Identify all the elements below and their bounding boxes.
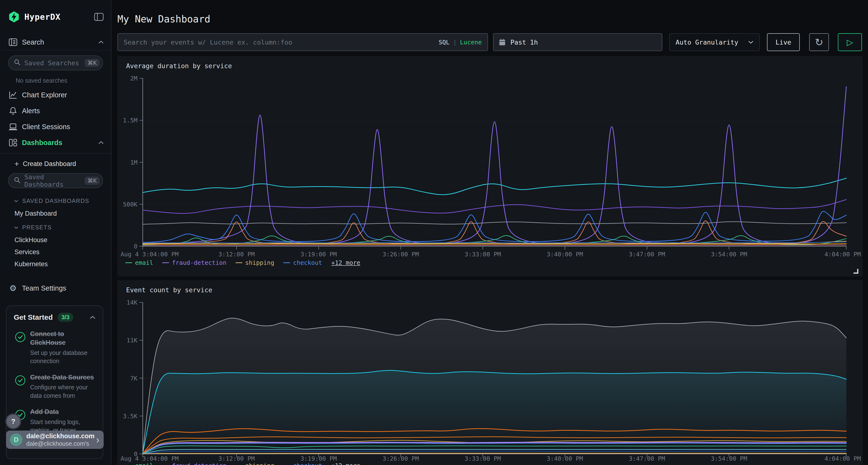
toggle-separator: | (453, 39, 457, 46)
user-info: dale@clickhouse.com dale@clickhouse.com'… (26, 432, 94, 447)
legend-item[interactable]: shipping (236, 259, 274, 266)
search-icon (14, 59, 21, 67)
get-started-progress-badge: 3/3 (58, 313, 73, 322)
sidebar-item-search[interactable]: Search (0, 34, 111, 50)
legend-label: email (135, 259, 153, 266)
sidebar-item-label: Team Settings (22, 284, 66, 292)
sidebar-item-label: Search (22, 38, 44, 46)
sql-toggle[interactable]: SQL (439, 39, 450, 46)
time-range-picker[interactable]: Past 1h (493, 33, 662, 51)
chart-panel-event-count: Event count by service 14K11K7K3.5K0Aug … (117, 280, 863, 465)
svg-text:3:47:00 PM: 3:47:00 PM (629, 455, 665, 462)
chart-title: Event count by service (126, 286, 212, 294)
legend-label: shipping (245, 462, 274, 465)
refresh-button[interactable]: ↻ (809, 33, 829, 51)
granularity-select[interactable]: Auto Granularity (669, 33, 760, 51)
create-dashboard-label: Create Dashboard (23, 160, 76, 168)
section-presets[interactable]: PRESETS (0, 221, 111, 234)
sidebar-link-my-dashboard[interactable]: My Dashboard (0, 207, 111, 220)
legend-more-link[interactable]: +12 more (331, 259, 360, 266)
legend-item[interactable]: email (125, 259, 153, 266)
user-account-chip[interactable]: D dale@clickhouse.com dale@clickhouse.co… (6, 431, 104, 449)
legend-item[interactable]: checkout (283, 259, 322, 266)
svg-text:7K: 7K (130, 375, 137, 382)
legend-dash-icon (236, 262, 242, 263)
svg-text:3:54:00 PM: 3:54:00 PM (711, 455, 747, 462)
shortcut-badge: ⌘K (85, 59, 100, 67)
svg-text:3:47:00 PM: 3:47:00 PM (629, 251, 665, 258)
svg-text:0: 0 (134, 451, 137, 458)
saved-dashboards-placeholder: Saved Dashboards (24, 173, 85, 188)
legend-label: checkout (293, 259, 322, 266)
lucene-toggle[interactable]: Lucene (460, 39, 482, 46)
get-started-item-title: Create Data Sources (30, 373, 95, 381)
chevron-down-icon (14, 226, 18, 229)
get-started-item[interactable]: Create Data Sources Configure where your… (14, 373, 95, 400)
svg-text:3.5K: 3.5K (123, 413, 137, 420)
calendar-icon (499, 38, 506, 46)
svg-text:4:04:00 PM: 4:04:00 PM (824, 455, 861, 462)
avatar: D (10, 433, 23, 446)
svg-text:3:54:00 PM: 3:54:00 PM (711, 251, 747, 258)
line-chart-event-count: 14K11K7K3.5K0Aug 4 3:04:00 PM3:12:00 PM3… (117, 280, 863, 465)
event-search-input[interactable]: Search your events w/ Lucene ex. column:… (117, 33, 488, 51)
legend-item[interactable]: email (125, 462, 153, 465)
section-saved-dashboards[interactable]: SAVED DASHBOARDS (0, 194, 111, 207)
check-circle-icon (15, 332, 26, 365)
create-dashboard-button[interactable]: + Create Dashboard (0, 156, 111, 171)
check-circle-icon (15, 375, 26, 400)
sidebar-item-alerts[interactable]: Alerts (0, 103, 111, 119)
svg-text:2M: 2M (130, 75, 137, 82)
search-icon (14, 176, 21, 185)
legend-dash-icon (283, 262, 290, 263)
panel-resize-handle[interactable] (854, 269, 858, 274)
dashboards-grid-icon (8, 138, 18, 147)
chart-explorer-icon (8, 91, 18, 99)
run-query-button[interactable]: ▷ (838, 33, 862, 51)
svg-text:Aug 4 3:04:00 PM: Aug 4 3:04:00 PM (121, 251, 179, 258)
get-started-item-desc: Configure where your data comes from (30, 383, 95, 400)
legend-label: fraud-detection (172, 462, 226, 465)
laptop-icon (8, 123, 18, 131)
sidebar-item-team-settings[interactable]: ⚙ Team Settings (0, 280, 111, 296)
user-org: dale@clickhouse.com's (26, 440, 94, 447)
svg-text:3:26:00 PM: 3:26:00 PM (383, 251, 419, 258)
svg-text:0: 0 (134, 243, 137, 250)
legend-dash-icon (125, 262, 132, 263)
svg-text:Aug 4 3:04:00 PM: Aug 4 3:04:00 PM (121, 455, 179, 462)
sidebar-item-chart-explorer[interactable]: Chart Explorer (0, 87, 111, 103)
svg-text:3:26:00 PM: 3:26:00 PM (383, 455, 419, 462)
sidebar-item-label: Client Sessions (22, 123, 70, 131)
legend-item[interactable]: checkout (283, 462, 322, 465)
chevron-down-icon (748, 40, 753, 44)
toolbar: Search your events w/ Lucene ex. column:… (117, 33, 862, 51)
time-range-value: Past 1h (510, 38, 538, 46)
divider (0, 50, 111, 51)
legend-item[interactable]: fraud-detection (162, 462, 226, 465)
chevron-right-icon: › (96, 435, 99, 444)
legend-item[interactable]: shipping (236, 462, 274, 465)
user-email: dale@clickhouse.com (26, 432, 94, 440)
chart-panel-average-duration: Average duration by service 2M1.5M1M500K… (117, 56, 863, 276)
bell-icon (8, 106, 18, 115)
get-started-item-title: Add Data (30, 407, 95, 416)
sidebar-collapse-icon[interactable] (94, 13, 104, 21)
legend-dash-icon (162, 262, 169, 263)
get-started-title: Get Started (14, 313, 53, 322)
help-button[interactable]: ? (5, 413, 21, 429)
get-started-item[interactable]: Connect to ClickHouse Set up your databa… (14, 330, 95, 365)
get-started-item-title: Connect to ClickHouse (30, 330, 95, 347)
saved-searches-placeholder: Saved Searches (24, 59, 79, 67)
sidebar-link-clickhouse[interactable]: ClickHouse (0, 234, 111, 246)
saved-dashboards-input[interactable]: Saved Dashboards ⌘K (8, 173, 103, 188)
chevron-up-icon[interactable] (90, 315, 95, 319)
legend-item[interactable]: fraud-detection (162, 259, 226, 266)
query-language-toggle: SQL | Lucene (439, 39, 482, 46)
sidebar-link-kubernetes[interactable]: Kubernetes (0, 258, 111, 270)
legend-more-link[interactable]: +12 more (331, 462, 360, 465)
sidebar-item-dashboards[interactable]: Dashboards (0, 135, 111, 151)
saved-searches-input[interactable]: Saved Searches ⌘K (8, 56, 103, 70)
live-button[interactable]: Live (767, 33, 800, 51)
sidebar-link-services[interactable]: Services (0, 246, 111, 258)
sidebar-item-client-sessions[interactable]: Client Sessions (0, 119, 111, 135)
